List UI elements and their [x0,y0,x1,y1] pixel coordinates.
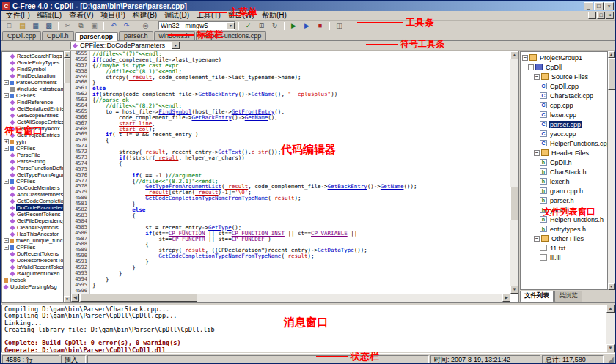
tab-CpDll.h[interactable]: CpDll.h [42,31,74,40]
code-area[interactable]: 4555//dfile<<"(7)"<<endl;4556if(code_com… [71,51,510,294]
paste-icon[interactable]: ▣ [88,21,100,31]
file-tree-item[interactable]: CCpDll.cpp [521,81,607,91]
cut-icon[interactable]: ✂ [62,21,74,31]
menu-item[interactable]: 项目(P) [97,11,128,20]
symbol-combo[interactable]: CPFiles::DoCodeParameters [70,42,180,50]
symbol-window-scrollbar[interactable] [64,51,70,302]
tab-parser.h[interactable]: parser.h [119,31,153,40]
file-tree-item[interactable]: −CpDll [521,62,607,72]
tab-class-view[interactable]: 类浏览 [554,291,582,302]
editor-hscrollbar[interactable] [71,294,510,302]
save-all-icon[interactable]: ▩ [43,21,55,31]
save-icon[interactable]: ▦ [29,21,42,31]
file-tree-item[interactable]: hparser.h [521,196,607,205]
chevron-down-icon[interactable] [172,42,180,49]
menu-item[interactable]: 工具(T) [193,11,224,20]
tree-expand-icon[interactable]: − [522,55,528,61]
rebuild-icon[interactable]: ↻ [268,21,281,31]
scroll-left-icon[interactable] [71,294,79,302]
file-tree-item[interactable]: hHelperFunctions.h [521,215,607,224]
tab-CpDll.cpp[interactable]: CpDll.cpp [2,31,41,40]
scroll-up-icon[interactable] [510,51,518,59]
file-tree-item[interactable]: CHelperFunctions.cpp [521,138,607,148]
symbol-item[interactable]: ResetSearchFlags [2,53,63,59]
symbol-item[interactable]: FindDeclaration [2,73,63,79]
scroll-up-icon[interactable] [64,51,70,58]
scroll-down-icon[interactable] [606,344,615,352]
menu-item[interactable]: 编辑(E) [34,11,65,20]
file-tree-item[interactable]: hentrytypes.h [521,224,607,234]
symbol-item[interactable]: HasThisAncestor [2,231,63,237]
tree-expand-icon[interactable]: − [4,80,9,85]
code-editor[interactable]: 4555//dfile<<"(7)"<<endl;4556if(code_com… [70,51,519,302]
symbol-item[interactable]: −ParseComments [2,79,63,86]
scrollbar-thumb[interactable] [608,58,615,90]
file-tree-item[interactable]: 11.txt [521,243,607,253]
scroll-right-icon[interactable] [502,294,510,302]
symbol-item[interactable]: #include <strstream> [2,86,63,92]
code-line[interactable]: 4560} [71,80,510,86]
file-tree-item[interactable]: Cparser.cpp [521,119,607,129]
symbol-item[interactable]: −token_unique_func [2,237,63,244]
symbol-item[interactable]: DoResortRecentToken [2,257,63,264]
open-file-icon[interactable]: ▤ [16,21,29,31]
scroll-down-icon[interactable] [510,286,518,294]
tab-windows.h[interactable]: windows.h [154,31,195,40]
code-line[interactable]: 4562if(strcmp(code_complement_file->GetB… [71,92,510,97]
symbol-item[interactable]: GetScopeEntries [2,112,63,119]
code-line[interactable]: 4580 GetCodeCompletionTypeNameFromTypeNa… [71,196,510,201]
symbol-item[interactable]: GetCodeCompletion [2,198,63,204]
copy-icon[interactable]: ⧉ [75,21,87,31]
file-tree-item[interactable]: CCharStack.cpp [521,91,607,100]
scroll-up-icon[interactable] [608,51,615,58]
menu-item[interactable]: 构建(B) [129,11,161,20]
close-button[interactable]: × [604,2,614,10]
file-tree-item[interactable]: −Header Files [521,148,607,157]
file-tree-item[interactable]: −ProjectGroup1 [521,53,607,62]
undo-icon[interactable]: ↶ [107,21,120,31]
scrollbar-thumb[interactable] [510,187,518,220]
compile-icon[interactable]: ✓ [242,21,254,31]
file-tree-item[interactable]: −Source Files [521,72,607,81]
build-icon[interactable]: ⊞ [255,21,268,31]
run-icon[interactable]: ▶ [287,21,300,31]
mdi-close-button[interactable]: × [606,12,614,19]
redo-icon[interactable]: ↷ [120,21,133,31]
scroll-down-icon[interactable] [608,283,615,290]
file-tree-item[interactable]: Cyacc.cpp [521,129,607,138]
debug-icon[interactable]: ▶ [301,21,313,31]
file-tree-item[interactable]: −Other Files [521,234,607,243]
tab-HelperFunctions.cpp[interactable]: HelperFunctions.cpp [196,31,267,40]
code-line[interactable]: 4596 [71,289,510,294]
menu-item[interactable]: 文件(F) [2,11,34,20]
find-icon[interactable]: ◎ [139,21,152,31]
scroll-down-icon[interactable] [64,296,70,302]
mdi-restore-button[interactable]: □ [597,12,605,19]
file-tree-item[interactable]: hCpDll.h [521,157,607,167]
code-line[interactable]: 4569 if( t != 0 && recent_entry ) [71,132,510,138]
tree-expand-icon[interactable]: − [534,236,540,242]
symbol-item[interactable]: ParseFile [2,152,63,158]
symbol-item[interactable]: ParseString [2,158,63,165]
editor-vscrollbar[interactable] [510,51,518,294]
mdi-minimize-button[interactable]: _ [588,12,596,19]
window-split-icon[interactable]: ◫ [333,21,345,31]
symbol-item[interactable]: DoRecentTokens [2,250,63,257]
resize-grip-icon[interactable] [605,355,614,364]
chevron-down-icon[interactable] [227,22,235,29]
title-bar[interactable]: C C-Free 4.0 : CpDll - [D:\gam\bin\Parse… [1,1,615,11]
stop-icon[interactable]: ■ [314,21,326,31]
symbol-item[interactable]: GetSerializedEntries [2,105,63,112]
symbol-item[interactable]: IsArgumentToken [2,270,63,277]
symbol-item[interactable]: GradeEntryTypes [2,59,63,66]
symbol-item[interactable]: FindReference [2,99,63,105]
symbol-item[interactable]: GetProjectEntries [2,132,63,138]
code-line[interactable]: 4583 { [71,213,510,219]
tree-expand-icon[interactable]: − [534,150,540,156]
code-line[interactable]: 4593 } [71,271,510,277]
new-file-icon[interactable]: □ [3,21,15,31]
symbol-item[interactable]: ParseFunctionDefine [2,165,63,171]
tree-expand-icon[interactable]: + [4,139,9,144]
menu-item[interactable]: 调试(D) [161,11,193,20]
code-line[interactable]: 4582 else [71,207,510,213]
